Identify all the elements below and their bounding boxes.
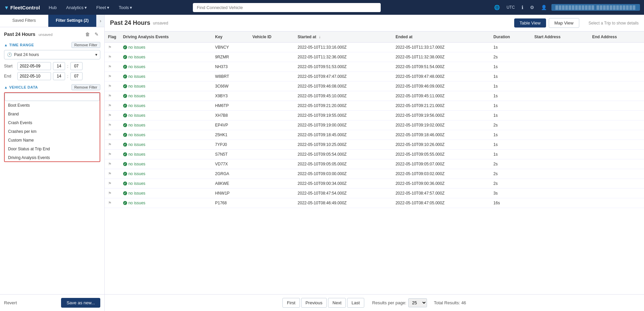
next-page-button[interactable]: Next — [328, 298, 346, 308]
filter-unsaved: unsaved — [39, 33, 53, 37]
vehicle-data-item[interactable]: Boot Events — [5, 101, 100, 110]
status-dot — [123, 191, 127, 195]
status-dot — [123, 84, 127, 88]
table-view-button[interactable]: Table View — [514, 18, 546, 28]
start-address-cell — [531, 91, 589, 101]
table-row[interactable]: ⚑ no issues 9RZMR 2022-05-10T11:32:36.00… — [105, 52, 644, 62]
vehicle-data-item[interactable]: Custom Name — [5, 136, 100, 145]
key-cell: X9BY3 — [212, 91, 249, 101]
globe-icon[interactable]: 🌐 — [492, 3, 502, 11]
events-cell: no issues — [120, 101, 212, 111]
table-row[interactable]: ⚑ no issues S7N5T 2022-05-10T09:05:54.00… — [105, 150, 644, 159]
filter-settings-tab[interactable]: Filter Settings (2) — [48, 15, 97, 27]
flag-icon: ⚑ — [108, 113, 112, 118]
delete-filter-button[interactable]: 🗑 — [84, 31, 92, 38]
vehicle-id-cell — [249, 189, 294, 198]
end-minute-input[interactable] — [70, 72, 83, 80]
events-cell: no issues — [120, 62, 212, 72]
per-page-select[interactable]: 25 10 50 100 — [408, 298, 427, 307]
table-row[interactable]: ⚑ no issues VD77X 2022-05-10T09:05:05.00… — [105, 159, 644, 169]
ended-at-cell: 2022-05-10T08:47:05.000Z — [392, 198, 490, 208]
col-started-at[interactable]: Started at ↓ — [294, 32, 392, 43]
status-badge: no issues — [123, 74, 209, 79]
table-row[interactable]: ⚑ no issues A8KWE 2022-05-10T09:00:34.00… — [105, 179, 644, 189]
table-row[interactable]: ⚑ no issues XH7B8 2022-05-10T09:19:55.00… — [105, 111, 644, 120]
table-row[interactable]: ⚑ no issues 7YPJ0 2022-05-10T09:10:25.00… — [105, 140, 644, 150]
vehicle-id-cell — [249, 111, 294, 120]
remove-time-range-filter-button[interactable]: Remove Filter — [71, 42, 100, 48]
vehicle-data-item[interactable]: Crashes per km — [5, 127, 100, 136]
started-at-cell: 2022-05-10T09:19:55.000Z — [294, 111, 392, 120]
view-toggle: Table View Map View Select a Trip to sho… — [514, 18, 639, 28]
edit-filter-button[interactable]: ✎ — [93, 31, 100, 38]
previous-page-button[interactable]: Previous — [301, 298, 327, 308]
status-dot — [123, 123, 127, 127]
settings-icon[interactable]: ⚙ — [528, 3, 536, 11]
started-at-cell: 2022-05-10T11:32:36.000Z — [294, 52, 392, 62]
table-row[interactable]: ⚑ no issues W8BRT 2022-05-10T09:47:47.00… — [105, 72, 644, 82]
duration-cell: 1s — [490, 111, 531, 120]
vehicle-data-list: Boot EventsBrandCrash EventsCrashes per … — [5, 101, 100, 161]
end-address-cell — [589, 111, 644, 120]
table-row[interactable]: ⚑ no issues 3C66W 2022-05-10T09:46:08.00… — [105, 82, 644, 91]
user-badge[interactable]: ████████████ ████████████ — [551, 4, 640, 11]
end-hour-input[interactable] — [53, 72, 65, 80]
user-icon[interactable]: 👤 — [539, 3, 549, 11]
last-page-button[interactable]: Last — [347, 298, 364, 308]
vehicle-data-search-input[interactable] — [5, 93, 100, 101]
table-row[interactable]: ⚑ no issues P1768 2022-05-10T08:46:49.00… — [105, 198, 644, 208]
start-address-cell — [531, 82, 589, 91]
table-row[interactable]: ⚑ no issues EP4VP 2022-05-10T09:19:00.00… — [105, 120, 644, 130]
save-as-new-button[interactable]: Save as new... — [61, 298, 100, 308]
start-address-cell — [531, 111, 589, 120]
start-minute-input[interactable] — [70, 62, 83, 70]
flag-cell: ⚑ — [105, 169, 120, 179]
start-hour-input[interactable] — [53, 62, 65, 70]
status-badge: no issues — [123, 64, 209, 69]
brand-logo[interactable]: ▼ FleetControl — [4, 5, 40, 10]
events-cell: no issues — [120, 82, 212, 91]
start-address-cell — [531, 159, 589, 169]
ended-at-cell: 2022-05-10T09:19:02.000Z — [392, 120, 490, 130]
end-address-cell — [589, 140, 644, 150]
vehicle-data-item[interactable]: Brand — [5, 110, 100, 118]
table-row[interactable]: ⚑ no issues 25HK1 2022-05-10T09:18:45.00… — [105, 130, 644, 140]
events-cell: no issues — [120, 150, 212, 159]
vehicle-data-item[interactable]: Door Status at Trip End — [5, 145, 100, 153]
nav-fleet[interactable]: Fleet ▾ — [93, 4, 113, 11]
duration-cell: 1s — [490, 43, 531, 52]
vehicle-id-cell — [249, 91, 294, 101]
table-row[interactable]: ⚑ no issues X9BY3 2022-05-10T09:45:10.00… — [105, 91, 644, 101]
start-address-cell — [531, 43, 589, 52]
revert-button[interactable]: Revert — [4, 300, 17, 305]
status-dot — [123, 182, 127, 186]
vehicle-data-item[interactable]: Driving Analysis Events — [5, 153, 100, 161]
map-view-button[interactable]: Map View — [549, 18, 579, 28]
vehicle-data-item[interactable]: Crash Events — [5, 118, 100, 127]
nav-analytics[interactable]: Analytics ▾ — [63, 4, 90, 11]
time-range-select[interactable]: 🕐 Past 24 hours ▾ — [4, 50, 100, 59]
started-at-cell: 2022-05-10T09:18:45.000Z — [294, 130, 392, 140]
sidebar-collapse-button[interactable]: › — [96, 15, 104, 27]
table-row[interactable]: ⚑ no issues VBNCY 2022-05-10T11:33:16.00… — [105, 43, 644, 52]
start-date-input[interactable] — [17, 62, 51, 70]
table-body: ⚑ no issues VBNCY 2022-05-10T11:33:16.00… — [105, 43, 644, 208]
table-row[interactable]: ⚑ no issues HNW1P 2022-05-10T08:47:54.00… — [105, 189, 644, 198]
table-row[interactable]: ⚑ no issues NH373 2022-05-10T09:51:53.00… — [105, 62, 644, 72]
first-page-button[interactable]: First — [282, 298, 300, 308]
status-badge: no issues — [123, 152, 209, 157]
table-row[interactable]: ⚑ no issues 2GRGA 2022-05-10T09:03:00.00… — [105, 169, 644, 179]
status-dot — [123, 94, 127, 98]
saved-filters-tab[interactable]: Saved Filters — [0, 15, 48, 27]
nav-hub[interactable]: Hub — [45, 4, 60, 11]
search-input[interactable] — [193, 3, 381, 12]
end-date-input[interactable] — [17, 72, 51, 80]
nav-tools[interactable]: Tools ▾ — [115, 4, 136, 11]
help-icon[interactable]: ℹ — [520, 3, 525, 11]
pagination-bar: First Previous Next Last Results per pag… — [105, 294, 644, 311]
table-row[interactable]: ⚑ no issues HM6TP 2022-05-10T09:21:20.00… — [105, 101, 644, 111]
ended-at-cell: 2022-05-10T09:18:46.000Z — [392, 130, 490, 140]
end-address-cell — [589, 120, 644, 130]
remove-vehicle-data-filter-button[interactable]: Remove Filter — [71, 84, 100, 90]
started-at-cell: 2022-05-10T11:33:16.000Z — [294, 43, 392, 52]
